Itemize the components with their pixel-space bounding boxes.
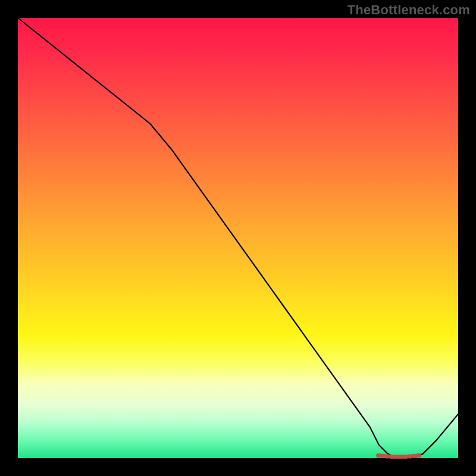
marker-point	[377, 454, 381, 458]
marker-point	[416, 454, 421, 458]
optimal-zone-markers	[377, 454, 421, 459]
chart-frame: TheBottleneck.com	[0, 0, 476, 476]
marker-point	[394, 455, 399, 459]
bottleneck-curve	[18, 18, 458, 458]
marker-point	[386, 455, 390, 458]
watermark-text: TheBottleneck.com	[347, 2, 470, 18]
marker-point	[381, 454, 386, 458]
chart-svg	[18, 18, 458, 458]
marker-point	[403, 455, 408, 459]
marker-point	[408, 455, 412, 458]
marker-point	[390, 455, 394, 459]
marker-point	[399, 455, 403, 459]
marker-point	[412, 454, 416, 458]
